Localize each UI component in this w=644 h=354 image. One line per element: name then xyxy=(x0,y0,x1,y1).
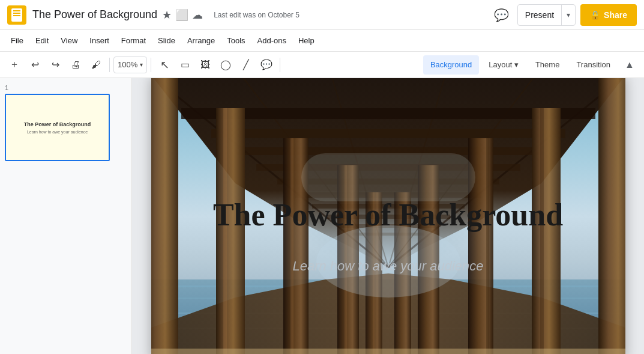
select-tool-button[interactable]: ↖ xyxy=(155,55,174,75)
menu-bar: File Edit View Insert Format Slide Arran… xyxy=(0,30,644,52)
svg-rect-17 xyxy=(211,129,565,138)
layout-mode-button[interactable]: Layout ▾ xyxy=(481,55,526,75)
menu-addons[interactable]: Add-ons xyxy=(251,34,292,47)
share-button[interactable]: 🔒 Share xyxy=(580,4,637,26)
main-content: 1 The Power of Background Learn how to a… xyxy=(0,78,644,354)
last-edit-label: Last edit was on October 5 xyxy=(214,11,299,19)
transition-mode-button[interactable]: Transition xyxy=(569,55,618,75)
separator-2 xyxy=(151,58,151,72)
cloud-icon[interactable]: ☁ xyxy=(192,8,203,22)
zoom-dropdown-icon: ▾ xyxy=(140,61,143,68)
svg-rect-26 xyxy=(151,78,178,354)
svg-rect-35 xyxy=(598,78,625,354)
document-title[interactable]: The Power of Background xyxy=(32,8,157,21)
slide-thumb-subtitle: Learn how to awe your audience xyxy=(24,130,91,134)
background-mode-button[interactable]: Background xyxy=(423,55,479,75)
toolbar: ＋ ↩ ↪ 🖨 🖌 100% ▾ ↖ ▭ 🖼 ◯ ╱ 💬 Background … xyxy=(0,52,644,78)
menu-arrange[interactable]: Arrange xyxy=(181,34,221,47)
separator-3 xyxy=(280,58,280,72)
canvas-area[interactable]: The Power of Background Learn how to awe… xyxy=(132,78,644,354)
lock-icon: 🔒 xyxy=(590,10,600,20)
menu-view[interactable]: View xyxy=(55,34,83,47)
slide-thumb-content: The Power of Background Learn how to awe… xyxy=(18,115,97,140)
svg-rect-41 xyxy=(486,138,489,355)
slide-number: 1 xyxy=(5,84,127,91)
image-insert-button[interactable]: 🖼 xyxy=(196,55,215,75)
paint-format-button[interactable]: 🖌 xyxy=(86,55,106,75)
comment-tool-button[interactable]: 💬 xyxy=(257,55,276,75)
slide-canvas: The Power of Background Learn how to awe… xyxy=(151,78,625,354)
svg-rect-44 xyxy=(301,153,475,201)
slide-thumb-title: The Power of Background xyxy=(24,121,91,127)
app-logo xyxy=(7,5,26,25)
theme-mode-button[interactable]: Theme xyxy=(528,55,567,75)
line-tool-button[interactable]: ╱ xyxy=(236,55,256,75)
present-button[interactable]: Present ▾ xyxy=(517,4,576,26)
menu-tools[interactable]: Tools xyxy=(221,34,251,47)
redo-button[interactable]: ↪ xyxy=(46,55,65,75)
slide-title[interactable]: The Power of Background xyxy=(213,197,563,232)
folder-icon[interactable]: ⬜ xyxy=(175,8,188,22)
undo-button[interactable]: ↩ xyxy=(25,55,44,75)
slide-panel: 1 The Power of Background Learn how to a… xyxy=(0,78,132,354)
star-icon[interactable]: ★ xyxy=(162,8,172,22)
menu-format[interactable]: Format xyxy=(115,34,152,47)
separator-1 xyxy=(109,58,110,72)
app-logo-icon xyxy=(11,8,22,22)
present-label[interactable]: Present xyxy=(518,5,562,25)
menu-insert[interactable]: Insert xyxy=(83,34,115,47)
shape-tool-button[interactable]: ◯ xyxy=(216,55,235,75)
toolbar-mode-buttons: Background Layout ▾ Theme Transition ▲ xyxy=(423,55,639,75)
menu-help[interactable]: Help xyxy=(292,34,320,47)
menu-file[interactable]: File xyxy=(5,34,29,47)
present-dropdown-icon[interactable]: ▾ xyxy=(562,5,575,25)
print-button[interactable]: 🖨 xyxy=(66,55,85,75)
menu-slide[interactable]: Slide xyxy=(152,34,181,47)
share-label: Share xyxy=(604,10,627,20)
title-actions: 💬 Present ▾ 🔒 Share xyxy=(491,4,637,26)
menu-edit[interactable]: Edit xyxy=(29,34,55,47)
new-slide-button[interactable]: ＋ xyxy=(5,55,24,75)
zoom-value: 100% xyxy=(118,60,137,69)
slide-thumbnail[interactable]: The Power of Background Learn how to awe… xyxy=(5,94,110,161)
slide-subtitle[interactable]: Learn how to awe your audience xyxy=(293,258,484,274)
toolbar-collapse-button[interactable]: ▲ xyxy=(620,55,639,75)
svg-rect-37 xyxy=(290,138,293,355)
comments-button[interactable]: 💬 xyxy=(491,4,513,26)
select-rect-button[interactable]: ▭ xyxy=(175,55,194,75)
svg-rect-42 xyxy=(151,349,625,355)
zoom-control[interactable]: 100% ▾ xyxy=(113,56,147,73)
title-bar: The Power of Background ★ ⬜ ☁ Last edit … xyxy=(0,0,644,30)
